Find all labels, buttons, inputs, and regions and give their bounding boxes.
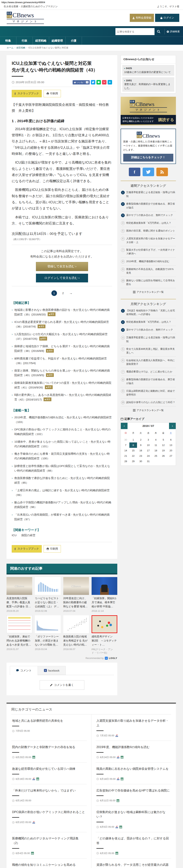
calendar-day[interactable]: 12 xyxy=(160,442,167,448)
twitter-follow-button[interactable] xyxy=(142,168,154,176)
related-article-link[interactable]: Ⅱ群の要件満たし、あるべき高度急性期へ - 先が見えない時代の戦略的病院経営（4… xyxy=(12,391,112,403)
calendar-day[interactable]: 31 xyxy=(145,459,152,464)
calendar-day[interactable]: 21 xyxy=(122,453,129,459)
ranking-item[interactable]: 1 【対談】地域包括ケア病棟の「充実した在宅復帰制度」への評価を xyxy=(121,307,176,318)
calendar-day[interactable]: 20 xyxy=(167,448,175,453)
ranking-item[interactable]: 6 社会福祉法人の連携法人制度創設へ、年内に新制度骨子 xyxy=(121,357,176,368)
ranking-item[interactable]: 9 日薬は調剤料適正化に能動的に対応、総会で姿勢明示 xyxy=(121,387,176,399)
weekly-ranking-more-link[interactable]: アクセスランキング一覧 xyxy=(121,288,176,294)
promo-cta-button[interactable]: 詳細はこちらをチェック！ xyxy=(123,154,173,161)
calendar-day[interactable]: 23 xyxy=(137,453,145,459)
series-article-link[interactable]: 「土曜日外来の廃止」は検討に値する - 先が見えない時代の戦略的病院経営（99） xyxy=(12,487,112,499)
category-news-item[interactable]: 医療機関のためのデジタルマーケティング用語集（2） 6月4日 05:00 xyxy=(11,832,87,859)
ranking-item[interactable]: 1 労働基準監督署による是正勧告・指導は71病院 xyxy=(121,189,176,200)
series-article-link[interactable]: 「出来高払いの急性期病院」が模索すべき道 - 先が見えない時代の戦略的病院経営（… xyxy=(12,511,112,523)
page-1-button[interactable]: 1 xyxy=(51,290,57,296)
ranking-item[interactable]: 4 特定処遇改善加算「8万円昇給」は何人？ xyxy=(121,219,176,227)
ranking-item[interactable]: 7 看護必要度IとIIでは、どこに差が生じたか xyxy=(121,368,176,376)
notice-item[interactable]: 04/25 10連休に伴う口座振替日の変更等について xyxy=(122,65,174,76)
recommend-card[interactable]: リハビリセラピストが足りない国公立・公的病院（上） デ… 2019.02.06 xyxy=(35,577,60,612)
calendar-day[interactable]: 24 xyxy=(145,453,152,459)
calendar-day[interactable]: 1 xyxy=(129,437,137,442)
calendar-day[interactable]: 10 xyxy=(145,442,152,448)
calendar-day[interactable]: 11 xyxy=(152,442,160,448)
calendar-day[interactable]: 25 xyxy=(152,453,160,459)
notice-item[interactable]: 10/01 運営元及び、利用規約の一部を変更致しました。 xyxy=(122,77,174,92)
calendar-day[interactable] xyxy=(152,459,160,464)
calendar-day[interactable]: 29 xyxy=(129,459,137,464)
calendar-day[interactable]: 9 xyxy=(137,442,145,448)
category-news-item[interactable]: 院内の財務データと非財務データの存在を知る 6月25日 05:00 xyxy=(11,741,87,763)
series-article-link[interactable]: 救急医療係数で適切な評価を受けるために - 先が見えない時代の戦略的病院経営（8… xyxy=(12,474,112,487)
rss-button[interactable] xyxy=(156,168,168,176)
tab-facebook[interactable]: f facebook xyxy=(38,666,66,675)
category-news-item[interactable]: 症例集約化が進まない地域は麻酔科医には魅力がない？ 6月5日 05:00 xyxy=(96,806,171,832)
recommend-card[interactable]: 「妊婦加算」開始9カ月で凍結、根本厚労相が表明 中医協… 2018.12.14 xyxy=(92,577,117,612)
line-share-button[interactable] xyxy=(97,80,101,85)
advanced-search-link[interactable]: 詳細検索 xyxy=(166,30,180,33)
twitter-share-button[interactable] xyxy=(91,80,95,85)
scrapbook-button[interactable]: スクラップブック xyxy=(12,90,42,97)
recommend-card[interactable]: 救急医療入院の地域差を再検証する 先が見えない時代の戦… 2018.08.07 xyxy=(63,615,89,654)
category-news-item[interactable]: 入退院支援加算の取り組みを加速させるデータ分析・上 7月3日 05:00 xyxy=(96,714,171,741)
calendar-day[interactable]: 3 xyxy=(145,437,152,442)
breadcrumb-section[interactable]: 経営戦略 xyxy=(17,46,26,49)
recommend-card[interactable]: 高度急性期入院医療、手厚い看護人員配置への評価を 日… 2019.05.20 xyxy=(6,577,32,612)
print-button[interactable]: 印刷用 xyxy=(44,90,61,97)
print-button-bottom[interactable]: 印刷用 xyxy=(44,545,61,553)
calendar-day[interactable]: 8 xyxy=(129,442,137,448)
login-button[interactable]: ログイン xyxy=(155,14,179,22)
ranking-item[interactable]: 10 脈絡ない言動には役割を明確化して合理化を図る xyxy=(121,277,176,288)
calendar-day[interactable]: 6 xyxy=(167,437,175,442)
related-article-link[interactable]: 地域差に影響されない救急医療係数の設計を - 先が見えない時代の戦略的病院経営（… xyxy=(12,306,112,318)
subscribe-cta[interactable]: 購読する xyxy=(158,117,174,122)
nav-menu-item[interactable]: 経営戦略 xyxy=(33,37,49,45)
ranking-item[interactable]: 9 医療材料の不具合品混入、自動識別で100％発見 xyxy=(121,266,176,277)
calendar-day[interactable]: 22 xyxy=(129,453,137,459)
ranking-item[interactable]: 8 療養型病棟の医療区分で分析進める、厚労省が論点 xyxy=(121,376,176,387)
calendar-day[interactable]: 26 xyxy=(160,453,167,459)
calendar-day[interactable]: 18 xyxy=(152,448,160,453)
category-news-item[interactable]: 2019年度、機能評価係数IIの傾向を読む 6月24日 05:00 xyxy=(96,741,171,763)
ranking-item[interactable]: 10 認知症や身寄りのない人の入院にどう対応？ xyxy=(121,399,176,406)
keyword-link[interactable]: 病院の経営 xyxy=(21,534,35,537)
category-news-item[interactable]: 資源が限られる今、データ活用こそが経営最大の武器に 5月28日 05:00 xyxy=(96,859,171,868)
search-button[interactable] xyxy=(155,28,163,35)
recommend-card[interactable]: 「妊婦加算」凍結で問われる診療報酬のあるべき姿 先が見… 2019.01.07 xyxy=(6,615,32,654)
category-news-item[interactable]: DPC病床の割合が低いケアミックスに期待されること 6月10日 05:00 xyxy=(11,806,87,832)
logly-brand[interactable]: LOGLY xyxy=(109,657,117,659)
calendar-day[interactable]: 30 xyxy=(122,437,129,442)
series-article-link[interactable]: 飯山赤十字病院の機能評価係数IIがアップした理由 - 先が見えない時代の戦略的病… xyxy=(12,499,112,511)
recommend-card[interactable]: 「ポリファーマシー加算」の算定が進まない3つの理由 先… 2019.03.04 xyxy=(35,615,60,654)
recommend-card[interactable]: 20年度改定に向け、医師の勤務要件の緩和などを要望 地域… 2019.07.04 xyxy=(63,577,89,612)
subscribe-banner[interactable]: 医療 介護 CBnews マネジメント 記事全文がお読みいただけるほか 便利な機… xyxy=(121,97,176,125)
calendar-day[interactable]: 30 xyxy=(137,459,145,464)
nav-menu-item[interactable]: 特集 xyxy=(0,37,17,45)
ranking-item[interactable]: 2 療養型病棟の医療区分で分析進める、厚労省が論点 xyxy=(121,200,176,212)
calendar-next-button[interactable]: › xyxy=(169,423,176,429)
tab-comment[interactable]: コメント xyxy=(10,666,38,675)
facebook-like-button[interactable]: いいね！ 0 xyxy=(73,80,90,85)
page-2-button[interactable]: 2 xyxy=(60,290,66,296)
calendar-day[interactable]: 14 xyxy=(122,448,129,453)
series-article-link[interactable]: DPC病床の割合が低いケアミックスに期待されること - 先が見えない時代の戦略的… xyxy=(12,426,112,438)
paywall-login-button[interactable]: ログインして全文を読む › xyxy=(36,274,88,282)
ranking-item[interactable]: 5 医師の宿日直、研鑽に関する通知のポイント xyxy=(121,227,176,235)
series-article-link[interactable]: 2019年度、機能評価係数IIの傾向を読む - 先が見えない時代の戦略的病院経営… xyxy=(12,414,112,426)
calendar-day[interactable]: 28 xyxy=(122,459,129,464)
facebook-follow-button[interactable]: f xyxy=(129,168,140,176)
calendar-day[interactable]: 16 xyxy=(137,448,145,453)
category-news-item[interactable]: 広告規制の中で存在価値を高めるHPで選ばれる病院に 6月11日 05:00 xyxy=(96,784,171,806)
category-news-item[interactable]: 地域と共にある診療所経営の具体化を 7月5日 05:00 xyxy=(11,714,87,741)
pocket-share-button[interactable] xyxy=(102,80,106,85)
recommend-card[interactable]: 感性思考デザイン 第2回 ～コモディティー・ト… PR(クリーク・アンド・リバー… xyxy=(92,615,117,654)
ranking-item[interactable]: 4 労働基準監督署による是正勧告・指導は71病院 xyxy=(121,334,176,345)
keyword-link[interactable]: ICU xyxy=(12,534,17,537)
ranking-item[interactable]: 6 入退院支援加算の取り組みを加速させるデータ分析・上 xyxy=(121,235,176,246)
scrapbook-button-bottom[interactable]: スクラップブック xyxy=(12,545,42,553)
nav-menu-item[interactable]: 組織管理 xyxy=(49,37,66,45)
category-news-item[interactable]: 職員の異動に左右されない病院未収金管理システムを 6月18日 05:00 xyxy=(96,763,171,784)
register-button[interactable]: 有料会員登録 xyxy=(130,14,154,22)
category-news-item[interactable]: 職種の傾向を知りコミュニケーションを高める 5月31日 05:00 xyxy=(11,859,87,868)
search-input[interactable] xyxy=(117,30,153,33)
